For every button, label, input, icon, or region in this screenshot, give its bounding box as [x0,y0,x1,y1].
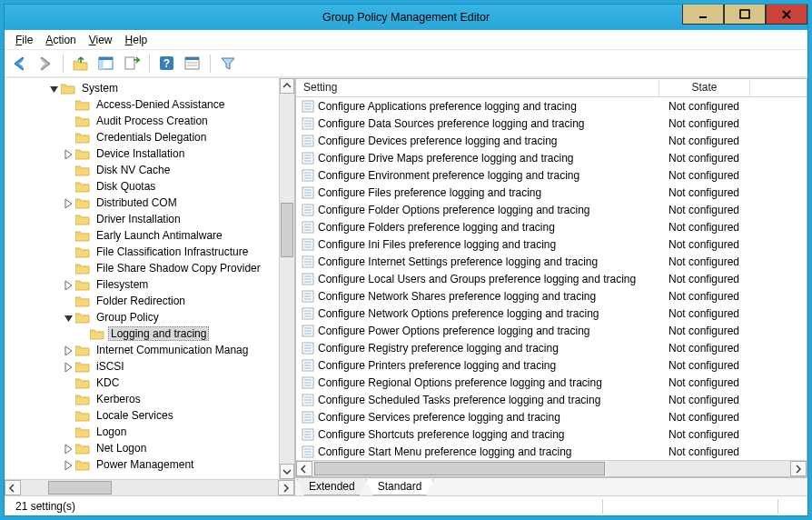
tree-item[interactable]: Driver Installation [5,211,294,227]
expand-icon[interactable] [63,443,74,454]
settings-row[interactable]: Configure Ini Files preference logging a… [296,235,807,253]
tree-item[interactable]: Disk Quotas [5,178,294,195]
tree-item[interactable]: Distributed COM [5,195,294,211]
tree-horizontal-scrollbar[interactable] [5,479,294,495]
settings-row[interactable]: Configure Scheduled Tasks preference log… [296,391,807,408]
tab-standard[interactable]: Standard [366,479,434,495]
settings-row[interactable]: Configure Applications preference loggin… [296,97,807,115]
scroll-up-icon[interactable] [280,78,294,94]
expand-icon[interactable] [63,361,74,372]
titlebar[interactable]: Group Policy Management Editor [5,5,807,30]
settings-list[interactable]: Configure Applications preference loggin… [296,97,807,460]
up-one-level-button[interactable] [71,54,91,74]
column-header-empty[interactable] [750,79,807,96]
menu-help[interactable]: Help [120,32,153,48]
settings-row[interactable]: Configure Start Menu preference logging … [296,443,807,460]
scroll-track[interactable] [280,94,294,464]
settings-row[interactable]: Configure Shortcuts preference logging a… [296,425,807,443]
scroll-left-icon[interactable] [296,461,312,476]
back-button[interactable] [10,54,30,74]
folder-icon [61,82,75,95]
settings-row[interactable]: Configure Folder Options preference logg… [296,201,807,218]
filter-button[interactable] [218,54,238,74]
show-hide-tree-button[interactable] [96,54,116,74]
expand-icon[interactable] [63,459,74,470]
settings-row[interactable]: Configure Network Options preference log… [296,305,807,322]
folder-icon [90,327,104,340]
scroll-left-icon[interactable] [5,480,21,495]
close-button[interactable] [766,5,807,25]
expand-icon[interactable] [63,279,74,290]
expand-icon[interactable] [63,197,74,208]
maximize-button[interactable] [724,5,766,25]
settings-row[interactable]: Configure Environment preference logging… [296,166,807,184]
column-header-state[interactable]: State [659,79,750,96]
tree-vertical-scrollbar[interactable] [279,78,294,479]
collapse-icon[interactable] [48,83,59,94]
menu-file[interactable]: File [10,32,38,48]
tree-item[interactable]: Device Installation [5,145,294,162]
properties-button[interactable] [183,54,203,74]
tree-item[interactable]: Power Management [5,456,294,473]
menu-view[interactable]: View [84,32,118,48]
settings-row[interactable]: Configure Drive Maps preference logging … [296,149,807,166]
settings-row[interactable]: Configure Local Users and Groups prefere… [296,270,807,287]
settings-row[interactable]: Configure Data Sources preference loggin… [296,115,807,132]
tree-item[interactable]: Net Logon [5,440,294,456]
tree-item[interactable]: Credentials Delegation [5,129,294,145]
settings-row[interactable]: Configure Devices preference logging and… [296,132,807,149]
tree-item[interactable]: Locale Services [5,407,294,424]
setting-name: Configure Registry preference logging an… [318,342,559,355]
toolbar-separator [210,55,211,73]
tree-item[interactable]: Internet Communication Manag [5,342,294,358]
setting-cell: Configure Network Options preference log… [296,307,659,320]
tab-extended[interactable]: Extended [297,479,367,495]
tree-item[interactable]: System [5,80,294,96]
forward-button[interactable] [35,54,55,74]
scroll-right-icon[interactable] [278,480,294,495]
state-cell: Not configured [659,117,750,130]
help-button[interactable] [157,54,177,74]
settings-row[interactable]: Configure Printers preference logging an… [296,356,807,374]
tree-item[interactable]: File Share Shadow Copy Provider [5,260,294,276]
tree-item[interactable]: KDC [5,375,294,391]
tree-item[interactable]: Access-Denied Assistance [5,96,294,113]
settings-row[interactable]: Configure Regional Options preference lo… [296,374,807,391]
expand-icon[interactable] [63,148,74,159]
collapse-icon[interactable] [63,312,74,323]
tree-item[interactable]: Kerberos [5,391,294,407]
tree-item[interactable]: Disk NV Cache [5,162,294,178]
scroll-thumb[interactable] [314,462,605,475]
settings-row[interactable]: Configure Power Options preference loggi… [296,322,807,339]
minimize-button[interactable] [682,5,724,25]
column-header-setting[interactable]: Setting [296,79,659,96]
tree-item[interactable]: File Classification Infrastructure [5,244,294,260]
settings-row[interactable]: Configure Files preference logging and t… [296,184,807,201]
tree-item[interactable]: Group Policy [5,309,294,325]
policy-icon [302,100,314,113]
tree[interactable]: SystemAccess-Denied AssistanceAudit Proc… [5,78,294,479]
tree-item[interactable]: Early Launch Antimalware [5,227,294,244]
tree-item[interactable]: Folder Redirection [5,293,294,309]
tree-item[interactable]: Filesystem [5,276,294,293]
list-horizontal-scrollbar[interactable] [296,460,807,476]
settings-row[interactable]: Configure Internet Settings preference l… [296,253,807,270]
tree-item[interactable]: Audit Process Creation [5,113,294,129]
settings-row[interactable]: Configure Services preference logging an… [296,408,807,425]
setting-name: Configure Power Options preference loggi… [318,325,590,337]
scroll-thumb[interactable] [48,481,112,495]
tree-item[interactable]: Logging and tracing [5,325,294,342]
scroll-track[interactable] [312,461,790,476]
settings-row[interactable]: Configure Folders preference logging and… [296,218,807,235]
tree-item[interactable]: Logon [5,424,294,440]
scroll-down-icon[interactable] [280,464,294,479]
scroll-right-icon[interactable] [790,461,807,476]
expand-icon[interactable] [63,345,74,355]
scroll-track[interactable] [21,480,278,495]
settings-row[interactable]: Configure Registry preference logging an… [296,339,807,356]
menu-action[interactable]: Action [40,32,81,48]
settings-row[interactable]: Configure Network Shares preference logg… [296,287,807,305]
export-list-button[interactable] [122,54,142,74]
scroll-thumb[interactable] [281,203,293,257]
tree-item[interactable]: iSCSI [5,358,294,375]
